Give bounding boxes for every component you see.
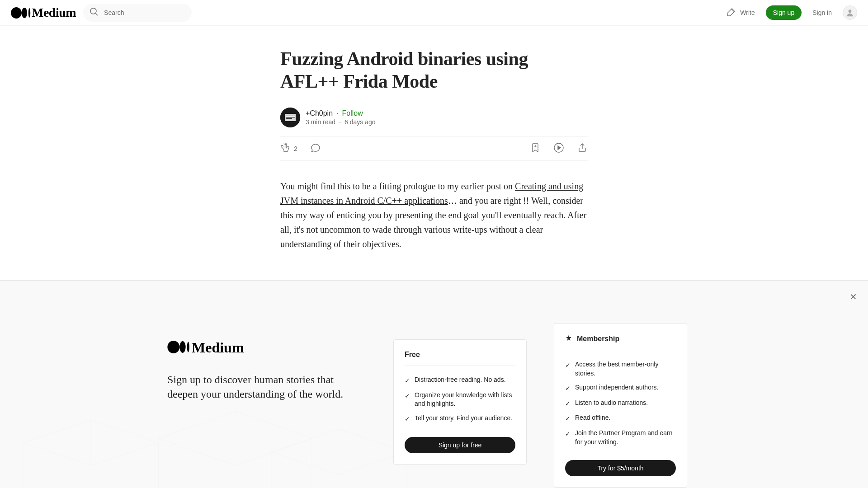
author-info: +Ch0pin · Follow 3 min read · 6 days ago: [306, 109, 376, 126]
write-link[interactable]: Write: [726, 7, 755, 19]
free-plan-card: Free ✓ Distraction-free reading. No ads.…: [393, 339, 527, 465]
feature-text: Join the Partner Program and earn for yo…: [575, 429, 676, 446]
membership-features-list: ✓ Access the best member-only stories. ✓…: [565, 357, 676, 449]
overlay-logo: Medium: [167, 339, 366, 356]
check-icon: ✓: [565, 414, 571, 423]
svg-point-5: [849, 9, 852, 13]
overlay-intro: Medium Sign up to discover human stories…: [167, 339, 366, 402]
check-icon: ✓: [565, 430, 571, 439]
star-icon: [565, 334, 572, 343]
list-item: ✓ Tell your story. Find your audience.: [405, 411, 515, 427]
article-title: Fuzzing Android binaries using AFL++ Fri…: [280, 47, 588, 93]
list-item: ✓ Join the Partner Program and earn for …: [565, 426, 676, 449]
medium-logo-text: Medium: [32, 5, 76, 20]
bookmark-icon: [530, 142, 541, 155]
share-button[interactable]: [577, 142, 588, 155]
overlay-tagline: Sign up to discover human stories that d…: [167, 372, 366, 402]
feature-text: Listen to audio narrations.: [575, 399, 648, 408]
check-icon: ✓: [565, 399, 571, 408]
svg-point-3: [90, 8, 96, 14]
list-item: ✓ Read offline.: [565, 411, 676, 426]
check-icon: ✓: [405, 392, 410, 401]
site-header: Medium Write Sign up Sign in: [0, 0, 868, 26]
meta-line: 3 min read · 6 days ago: [306, 118, 376, 126]
bookmark-button[interactable]: [530, 142, 541, 155]
overlay-content: Medium Sign up to discover human stories…: [0, 281, 868, 488]
feature-text: Tell your story. Find your audience.: [415, 414, 512, 423]
author-avatar[interactable]: [280, 108, 300, 127]
check-icon: ✓: [565, 384, 571, 393]
separator-dot: ·: [339, 118, 341, 126]
medium-logo-text: Medium: [192, 339, 244, 356]
feature-text: Distraction-free reading. No ads.: [415, 375, 506, 385]
medium-logo[interactable]: Medium: [11, 5, 76, 20]
author-row: +Ch0pin · Follow 3 min read · 6 days ago: [280, 108, 588, 127]
separator-dot: ·: [336, 109, 338, 117]
list-item: ✓ Access the best member-only stories.: [565, 357, 676, 380]
read-time: 3 min read: [306, 118, 335, 126]
author-line: +Ch0pin · Follow: [306, 109, 376, 117]
comment-icon: [310, 142, 321, 155]
check-icon: ✓: [405, 376, 410, 385]
search-input[interactable]: [104, 9, 186, 16]
membership-card-title: Membership: [577, 335, 619, 343]
write-label: Write: [740, 9, 755, 16]
free-features-list: ✓ Distraction-free reading. No ads. ✓ Or…: [405, 373, 515, 426]
signup-free-button[interactable]: Sign up for free: [405, 437, 515, 453]
list-item: ✓ Support independent authors.: [565, 380, 676, 396]
article: Fuzzing Android binaries using AFL++ Fri…: [280, 26, 588, 251]
play-icon: [553, 142, 564, 155]
header-right: Write Sign up Sign in: [726, 5, 857, 20]
signup-overlay: ✕ Medium: [0, 280, 868, 488]
medium-logo-icon: [11, 7, 31, 19]
follow-link[interactable]: Follow: [342, 109, 363, 117]
membership-card-header: Membership: [565, 334, 676, 350]
svg-rect-10: [286, 118, 292, 119]
try-membership-button[interactable]: Try for $5/month: [565, 460, 676, 476]
signup-button[interactable]: Sign up: [766, 5, 802, 20]
check-icon: ✓: [565, 361, 571, 370]
share-icon: [577, 142, 588, 155]
free-card-title: Free: [405, 351, 420, 359]
body-text-prefix: You might find this to be a fitting prol…: [280, 181, 515, 191]
action-bar-right: [530, 142, 588, 155]
write-icon: [726, 7, 736, 19]
svg-point-12: [167, 341, 179, 353]
svg-point-13: [179, 341, 185, 353]
feature-text: Organize your knowledge with lists and h…: [415, 391, 515, 408]
svg-point-1: [22, 8, 27, 18]
feature-text: Access the best member-only stories.: [575, 360, 676, 378]
search-box[interactable]: [83, 4, 192, 22]
list-item: ✓ Organize your knowledge with lists and…: [405, 388, 515, 411]
membership-plan-card: Membership ✓ Access the best member-only…: [554, 323, 687, 488]
svg-point-0: [11, 7, 22, 19]
feature-text: Read offline.: [575, 413, 610, 422]
list-item: ✓ Listen to audio narrations.: [565, 396, 676, 411]
clap-icon: [280, 142, 291, 155]
signin-link[interactable]: Sign in: [812, 9, 832, 16]
svg-rect-8: [286, 116, 295, 116]
user-avatar[interactable]: [843, 5, 857, 20]
action-bar: 2: [280, 136, 588, 161]
clap-button[interactable]: 2: [280, 142, 297, 155]
list-item: ✓ Distraction-free reading. No ads.: [405, 373, 515, 388]
free-card-header: Free: [405, 351, 515, 366]
feature-text: Support independent authors.: [575, 383, 658, 392]
comment-button[interactable]: [310, 142, 321, 155]
clap-count: 2: [294, 145, 297, 152]
svg-point-14: [187, 342, 189, 352]
medium-logo-icon: [167, 341, 190, 355]
action-bar-left: 2: [280, 142, 321, 155]
listen-button[interactable]: [553, 142, 564, 155]
search-icon: [89, 6, 99, 19]
check-icon: ✓: [405, 415, 410, 424]
article-body: You might find this to be a fitting prol…: [280, 179, 588, 251]
header-left: Medium: [11, 4, 192, 22]
publish-date: 6 days ago: [344, 118, 376, 126]
svg-rect-9: [286, 117, 295, 117]
svg-point-2: [28, 8, 30, 18]
author-name[interactable]: +Ch0pin: [306, 109, 333, 117]
svg-line-4: [96, 14, 98, 16]
